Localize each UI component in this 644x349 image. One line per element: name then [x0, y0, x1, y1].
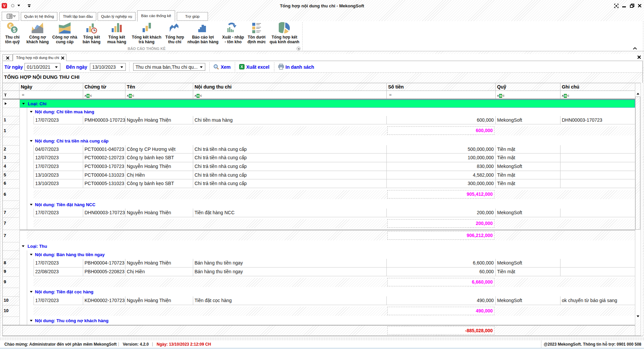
svg-text:$: $ [13, 27, 16, 33]
